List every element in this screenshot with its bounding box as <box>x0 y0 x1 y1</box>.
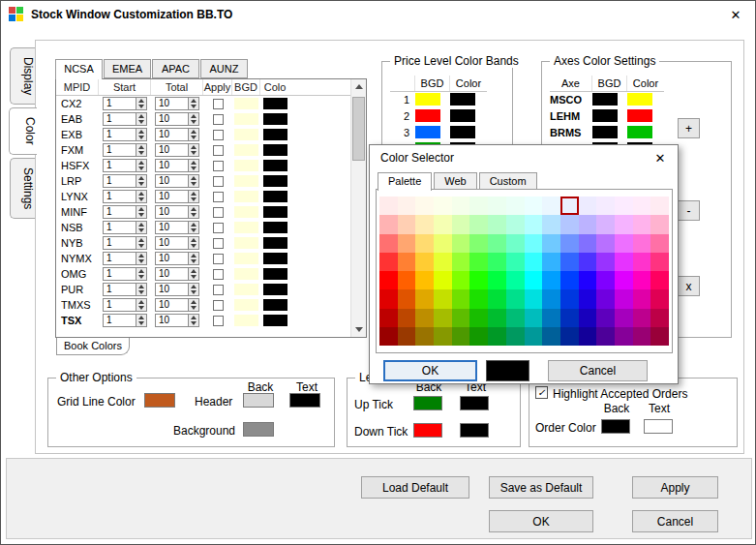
palette-cell[interactable] <box>596 253 615 271</box>
color-swatch[interactable] <box>263 299 287 311</box>
palette-cell[interactable] <box>650 197 669 215</box>
apply-checkbox[interactable] <box>213 176 224 187</box>
spin-down-icon[interactable] <box>136 289 146 295</box>
bgd-swatch[interactable] <box>234 191 258 202</box>
palette-cell[interactable] <box>452 289 470 308</box>
palette-cell[interactable] <box>560 215 579 233</box>
tab-custom[interactable]: Custom <box>479 172 537 190</box>
palette-cell[interactable] <box>379 327 398 346</box>
spin-down-icon[interactable] <box>189 289 198 295</box>
ok-button[interactable]: OK <box>383 360 477 381</box>
palette-cell[interactable] <box>542 215 560 233</box>
start-spinner[interactable]: 1 <box>103 283 147 296</box>
palette-cell[interactable] <box>415 197 434 215</box>
palette-cell[interactable] <box>415 309 434 327</box>
palette-cell[interactable] <box>506 234 525 253</box>
palette-cell[interactable] <box>452 197 470 215</box>
palette-cell[interactable] <box>633 197 651 215</box>
palette-cell[interactable] <box>488 327 506 346</box>
bgd-swatch[interactable] <box>592 93 618 106</box>
start-spinner[interactable]: 1 <box>103 205 147 219</box>
palette-cell[interactable] <box>525 197 543 215</box>
bgd-swatch[interactable] <box>234 144 258 156</box>
palette-cell[interactable] <box>596 271 615 289</box>
scroll-down-icon[interactable] <box>351 322 366 337</box>
palette-cell[interactable] <box>650 327 669 346</box>
color-swatch[interactable] <box>450 93 475 106</box>
spin-down-icon[interactable] <box>189 258 198 264</box>
palette-cell[interactable] <box>579 271 597 289</box>
color-swatch[interactable] <box>263 144 287 156</box>
spin-down-icon[interactable] <box>189 135 198 140</box>
total-spinner[interactable]: 10 <box>155 221 199 234</box>
palette-cell[interactable] <box>633 234 651 253</box>
palette-cell[interactable] <box>579 197 597 215</box>
palette-cell[interactable] <box>560 327 579 346</box>
palette-cell[interactable] <box>650 289 669 308</box>
apply-checkbox[interactable] <box>213 223 224 233</box>
palette-cell[interactable] <box>525 253 543 271</box>
palette-cell[interactable] <box>615 327 633 346</box>
apply-checkbox[interactable] <box>213 300 224 311</box>
spin-down-icon[interactable] <box>189 227 198 233</box>
spin-down-icon[interactable] <box>136 119 146 125</box>
palette-cell[interactable] <box>398 253 416 271</box>
palette-cell[interactable] <box>615 197 633 215</box>
side-tab-display[interactable]: Display <box>10 47 35 105</box>
palette-cell[interactable] <box>596 289 615 308</box>
spin-down-icon[interactable] <box>189 104 198 109</box>
ok-button[interactable]: OK <box>489 510 593 532</box>
palette-cell[interactable] <box>379 234 398 253</box>
palette-cell[interactable] <box>615 289 633 308</box>
bgd-swatch[interactable] <box>415 109 440 122</box>
palette-cell[interactable] <box>596 309 615 327</box>
apply-checkbox[interactable] <box>213 130 224 140</box>
total-spinner[interactable]: 10 <box>155 112 199 126</box>
start-spinner[interactable]: 1 <box>103 267 147 281</box>
down-tick-text-swatch[interactable] <box>460 423 489 438</box>
grid-line-color-swatch[interactable] <box>144 393 175 408</box>
color-swatch[interactable] <box>263 222 287 233</box>
palette-cell[interactable] <box>615 271 633 289</box>
apply-checkbox[interactable] <box>213 145 224 156</box>
side-tab-settings[interactable]: Settings <box>10 158 35 219</box>
palette-cell[interactable] <box>379 253 398 271</box>
apply-checkbox[interactable] <box>213 316 224 326</box>
start-spinner[interactable]: 1 <box>103 221 147 234</box>
palette-cell[interactable] <box>633 327 651 346</box>
spin-down-icon[interactable] <box>189 243 198 249</box>
palette-cell[interactable] <box>488 253 506 271</box>
start-spinner[interactable]: 1 <box>103 159 147 172</box>
close-icon[interactable]: ✕ <box>649 148 672 167</box>
bgd-swatch[interactable] <box>234 98 258 109</box>
spin-down-icon[interactable] <box>136 305 146 311</box>
delete-axis-button[interactable]: x <box>678 276 700 296</box>
palette-cell[interactable] <box>469 197 488 215</box>
palette-cell[interactable] <box>434 327 452 346</box>
total-spinner[interactable]: 10 <box>155 267 199 281</box>
palette-cell[interactable] <box>596 197 615 215</box>
color-swatch[interactable] <box>263 268 287 280</box>
apply-checkbox[interactable] <box>213 285 224 295</box>
tab-palette[interactable]: Palette <box>378 172 432 191</box>
palette-cell[interactable] <box>398 271 416 289</box>
palette-cell[interactable] <box>579 289 597 308</box>
bgd-swatch[interactable] <box>234 268 258 280</box>
palette-cell[interactable] <box>633 309 651 327</box>
total-spinner[interactable]: 10 <box>155 283 199 296</box>
add-axis-button[interactable]: + <box>678 118 700 138</box>
start-spinner[interactable]: 1 <box>103 143 147 157</box>
apply-checkbox[interactable] <box>213 114 224 125</box>
apply-checkbox[interactable] <box>213 192 224 202</box>
palette-cell[interactable] <box>379 289 398 308</box>
spin-down-icon[interactable] <box>136 104 146 109</box>
palette-cell[interactable] <box>452 327 470 346</box>
start-spinner[interactable]: 1 <box>103 128 147 141</box>
palette-cell[interactable] <box>542 197 560 215</box>
palette-cell[interactable] <box>525 327 543 346</box>
palette-cell[interactable] <box>452 253 470 271</box>
palette-cell[interactable] <box>469 289 488 308</box>
tab-ncsa[interactable]: NCSA <box>55 59 103 79</box>
palette-cell[interactable] <box>633 253 651 271</box>
palette-cell[interactable] <box>633 215 651 233</box>
